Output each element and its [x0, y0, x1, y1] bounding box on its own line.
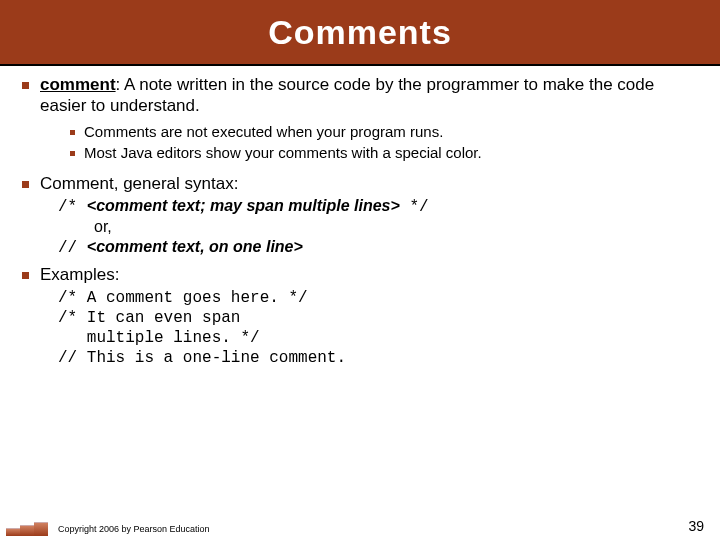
bullet-definition: comment: A note written in the source co… [22, 74, 700, 163]
syntax-label: Comment, general syntax: [40, 174, 238, 193]
syntax-close1: */ [400, 198, 429, 216]
syntax-open1: /* [58, 198, 87, 216]
corner-decoration [6, 518, 50, 536]
syntax-body1: <comment text; may span multiple lines> [87, 197, 400, 214]
syntax-block: /* <comment text; may span multiple line… [58, 196, 700, 258]
copyright-text: Copyright 2006 by Pearson Education [58, 524, 210, 534]
examples-code: /* A comment goes here. */ /* It can eve… [58, 288, 700, 368]
footer: Copyright 2006 by Pearson Education 39 [0, 514, 720, 540]
slide-title: Comments [268, 13, 452, 52]
definition-text: : A note written in the source code by t… [40, 75, 654, 115]
slide-content: comment: A note written in the source co… [0, 66, 720, 368]
title-bar: Comments [0, 0, 720, 66]
bullet-syntax: Comment, general syntax: /* <comment tex… [22, 173, 700, 258]
term-comment: comment [40, 75, 116, 94]
bullet-examples: Examples: /* A comment goes here. */ /* … [22, 264, 700, 367]
examples-label: Examples: [40, 265, 119, 284]
sub-bullet-not-executed: Comments are not executed when your prog… [70, 123, 700, 142]
syntax-body2: <comment text, on one line> [87, 238, 303, 255]
syntax-open2: // [58, 239, 87, 257]
syntax-or: or, [94, 217, 700, 237]
sub-bullet-editor-color: Most Java editors show your comments wit… [70, 144, 700, 163]
page-number: 39 [688, 518, 704, 534]
